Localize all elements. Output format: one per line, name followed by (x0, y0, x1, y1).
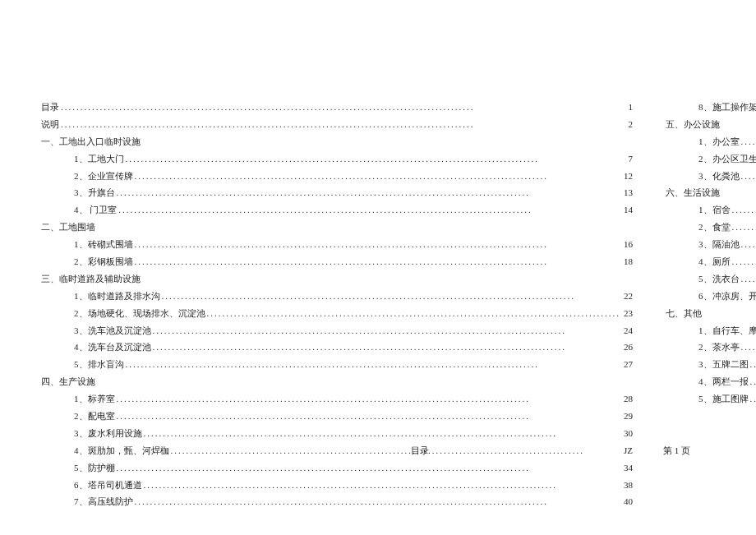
toc-entry: 3、化粪池50 (666, 168, 756, 185)
toc-section-head: 五、办公设施 (666, 116, 756, 133)
toc-leader-dots (750, 356, 757, 373)
toc-leader-dots (207, 305, 621, 322)
toc-entry-label: 1、工地大门 (74, 150, 124, 168)
toc-leader-dots (153, 322, 621, 339)
toc-entry-page: 40 (622, 493, 633, 510)
toc-entry: 3、洗车池及沉淀池24 (41, 322, 633, 339)
toc-entry-page: 30 (622, 425, 633, 442)
toc-entry: 5、施工图牌63 (666, 390, 756, 408)
toc-entry: 1、办公室45 (666, 133, 756, 150)
toc-entry: 6、冲凉房、开水房、洗衣房57 (666, 288, 756, 305)
toc-entry-label: 3、化粪池 (698, 168, 740, 185)
toc-entry-label: 2、彩钢板围墙 (74, 253, 133, 270)
toc-section-head: 三、临时道路及辅助设施 (41, 270, 633, 288)
toc-entry-page: 7 (627, 150, 634, 168)
toc-entry: 5、洗衣台56 (666, 270, 756, 288)
toc-entry: 2、彩钢板围墙18 (41, 253, 633, 270)
footer-title: 目录 (411, 445, 429, 457)
toc-entry-page: 22 (622, 288, 633, 305)
toc-entry-page: 34 (622, 459, 633, 477)
toc-leader-dots (117, 459, 621, 477)
toc-entry: 2、办公区卫生间48 (666, 150, 756, 168)
toc-entry-label: 3、隔油池 (698, 236, 740, 253)
toc-entry: 5、排水盲沟27 (41, 356, 633, 373)
toc-leader-dots (117, 408, 621, 425)
toc-entry-page: 38 (622, 477, 633, 494)
toc-entry-label: 1、宿舍 (698, 201, 731, 219)
toc-entry: 4、两栏一报62 (666, 373, 756, 390)
toc-entry-label: 1、标养室 (74, 390, 115, 408)
toc-leader-dots (741, 339, 757, 356)
toc-section-head: 七、其他 (666, 305, 756, 322)
toc-entry-page: 24 (622, 322, 633, 339)
toc-entry-label: 3、升旗台 (74, 184, 115, 201)
toc-entry: 6、塔吊司机通道38 (41, 477, 633, 494)
toc-entry: 4、厕所55 (666, 253, 756, 270)
toc-leader-dots (741, 236, 757, 253)
page-footer: 目录 第 1 页 (411, 445, 690, 457)
toc-entry-label: 7、高压线防护 (74, 493, 133, 510)
toc-leader-dots (135, 236, 621, 253)
toc-entry-label: 4、厕所 (698, 253, 731, 270)
toc-leader-dots (750, 373, 757, 390)
toc-entry-page: 27 (622, 356, 633, 373)
toc-leader-dots (126, 150, 625, 168)
toc-entry: 3、隔油池54 (666, 236, 756, 253)
toc-entry-label: 4、洗车台及沉淀池 (74, 339, 151, 356)
toc-section-head: 六、生活设施 (666, 184, 756, 201)
toc-entry: 2、场地硬化、现场排水、沉淀池23 (41, 305, 633, 322)
toc-leader-dots (144, 477, 621, 494)
toc-leader-dots (61, 116, 625, 133)
toc-entry: 1、自行车、摩托车棚58 (666, 322, 756, 339)
toc-entry: 2、配电室29 (41, 408, 633, 425)
toc-section-head: 二、工地围墙 (41, 219, 633, 236)
toc-entry-page: 1 (627, 99, 634, 116)
toc-entry-label: 1、自行车、摩托车棚 (698, 322, 756, 339)
toc-entry: 3、五牌二图61 (666, 356, 756, 373)
toc-entry-page: 14 (622, 201, 633, 219)
toc-entry-page: 28 (622, 390, 633, 408)
toc-leader-dots (741, 168, 757, 185)
toc-entry: 2、企业宣传牌12 (41, 168, 633, 185)
toc-leader-dots (135, 253, 621, 270)
toc-entry-page: 18 (622, 253, 633, 270)
toc-entry-page: 29 (622, 408, 633, 425)
toc-entry: 8、施工操作架42 (666, 99, 756, 116)
toc-entry: 1、工地大门7 (41, 150, 633, 168)
toc-entry: 目录1 (41, 99, 633, 116)
toc-leader-dots (61, 99, 625, 116)
toc-entry-label: 4、斑肋加，甄、河焊枷 (74, 442, 169, 459)
toc-entry: 2、茶水亭59 (666, 339, 756, 356)
toc-leader-dots (135, 168, 621, 185)
toc-leader-dots (117, 184, 621, 201)
toc-entry-label: 2、场地硬化、现场排水、沉淀池 (74, 305, 205, 322)
toc-entry-label: 1、办公室 (698, 133, 740, 150)
toc-entry-label: 3、洗车池及沉淀池 (74, 322, 151, 339)
toc-leader-dots (144, 425, 621, 442)
toc-entry-label: 3、废水利用设施 (74, 425, 142, 442)
toc-entry-page: 2 (627, 116, 634, 133)
toc-entry-label: 5、防护棚 (74, 459, 115, 477)
toc-entry: 5、防护棚34 (41, 459, 633, 477)
toc-entry: 7、高压线防护40 (41, 493, 633, 510)
toc-entry-page: 16 (622, 236, 633, 253)
toc-entry-label: 6、冲凉房、开水房、洗衣房 (698, 288, 756, 305)
toc-leader-dots (732, 219, 757, 236)
toc-entry: 说明2 (41, 116, 633, 133)
toc-entry-label: 5、排水盲沟 (74, 356, 124, 373)
toc-entry-label: 1、临时道路及排水沟 (74, 288, 160, 305)
toc-entry-label: 2、茶水亭 (698, 339, 740, 356)
toc-entry-page: 26 (622, 339, 633, 356)
toc-entry: 4、 门卫室14 (41, 201, 633, 219)
toc-leader-dots (741, 133, 757, 150)
toc-entry-page: 23 (622, 305, 633, 322)
toc-entry-page: 12 (622, 168, 633, 185)
toc-entry: 4、洗车台及沉淀池26 (41, 339, 633, 356)
toc-leader-dots (117, 390, 621, 408)
toc-entry-label: 4、两栏一报 (698, 373, 749, 390)
toc-leader-dots (732, 253, 757, 270)
toc-leader-dots (135, 493, 621, 510)
toc-section-head: 四、生产设施 (41, 373, 633, 390)
toc-entry-label: 2、办公区卫生间 (698, 150, 756, 168)
toc-entry-page: 13 (622, 184, 633, 201)
